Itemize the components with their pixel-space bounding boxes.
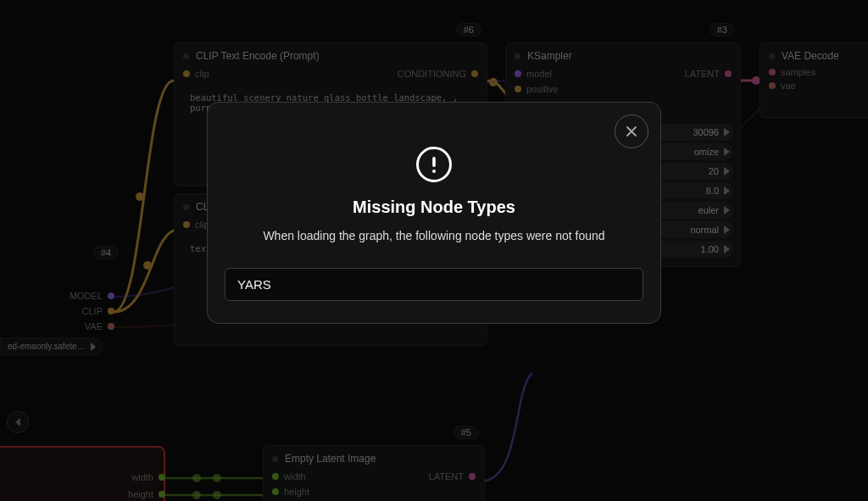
svg-point-9 bbox=[432, 170, 436, 173]
svg-rect-8 bbox=[432, 157, 436, 167]
dialog-title: Missing Node Types bbox=[225, 198, 643, 217]
warning-icon bbox=[416, 147, 452, 182]
missing-node-entry: YARS bbox=[225, 268, 643, 301]
dialog-subtitle: When loading the graph, the following no… bbox=[225, 229, 643, 242]
close-icon bbox=[625, 125, 638, 138]
close-button[interactable] bbox=[615, 114, 648, 148]
modal-overlay[interactable]: Missing Node Types When loading the grap… bbox=[0, 0, 868, 501]
missing-node-types-dialog: Missing Node Types When loading the grap… bbox=[207, 102, 661, 324]
